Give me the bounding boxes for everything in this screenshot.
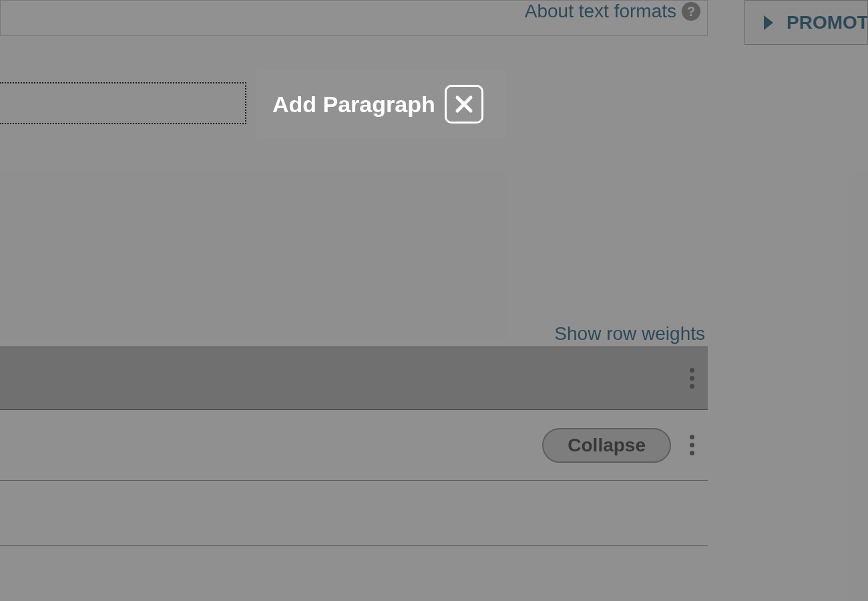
close-icon [454,94,474,114]
dialog-title: Add Paragraph [272,91,435,118]
close-button[interactable] [445,85,483,124]
add-paragraph-dialog: Add Paragraph [256,70,506,138]
